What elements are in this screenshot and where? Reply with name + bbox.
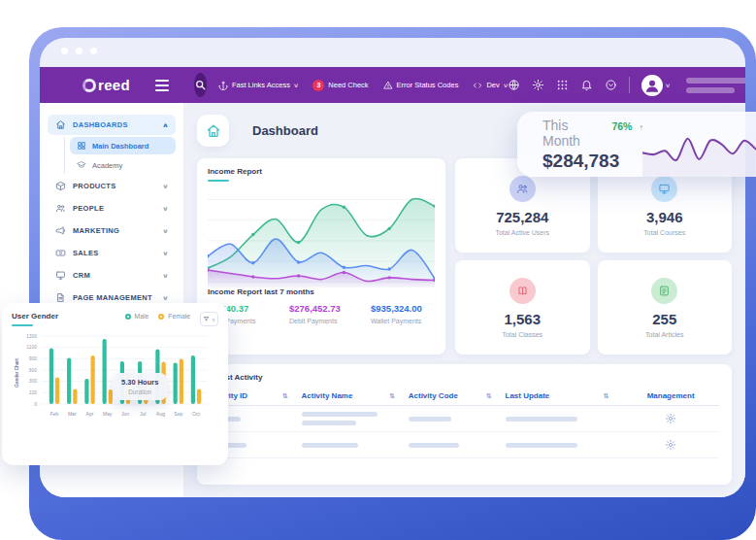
sidebar-item-crm[interactable]: CRM ∨ [48,265,176,286]
chevron-down-icon: ∨ [162,272,169,279]
sidebar-label: MARKETING [73,226,119,235]
total-classes-card[interactable]: 1,563 Total Classes [455,260,590,354]
svg-text:Apr: Apr [86,411,94,417]
stat-label: Total Articles [645,331,683,338]
legend-male[interactable]: Male [125,313,149,320]
need-check-menu[interactable]: 3 Need Check [312,80,368,91]
window-control-dot[interactable] [90,48,97,54]
filter-button[interactable]: ∨ [200,312,218,326]
dashboard-grid-icon [77,141,86,151]
funnel-icon [203,316,210,322]
code-icon [473,81,482,90]
home-icon [206,123,221,139]
row-management-cell [622,439,719,451]
sidebar-item-academy[interactable]: Academy [70,156,176,174]
stat-label: Total Classes [502,331,542,338]
sort-icon[interactable]: ⇅ [486,392,492,400]
sort-icon[interactable]: ⇅ [603,392,608,400]
sidebar-item-marketing[interactable]: MARKETING ∨ [48,220,176,241]
chart-tooltip: 5.30 Hours Duration [113,373,167,400]
chevron-down-icon: ∨ [665,82,671,88]
sort-icon[interactable]: ⇅ [282,392,288,400]
debit-payments-stat: $276,452.73 Debit Payments [289,303,357,324]
chevron-down-icon: ∨ [162,183,169,189]
sidebar-label: DASHBOARDS [73,120,128,129]
sidebar-item-people[interactable]: PEOPLE ∨ [48,198,176,219]
this-month-change: 76% [611,120,632,132]
user-gender-title: User Gender [12,312,58,321]
article-icon [658,285,671,297]
skeleton-cell [302,412,409,425]
skeleton-cell [506,443,623,448]
income-report-card: Income Report Income Report last 7 month… [197,158,445,354]
user-icon [643,77,661,94]
sidebar-item-sales[interactable]: SALES ∨ [48,243,176,263]
sidebar-dashboards-children: Main Dashboard Academy [64,137,176,174]
avatar [641,75,663,96]
debit-payments-label: Debit Payments [289,318,357,324]
sidebar-item-products[interactable]: PRODUCTS ∨ [48,176,176,196]
stat-value: 3,946 [646,209,683,225]
svg-text:Aug: Aug [156,411,165,417]
svg-text:Jul: Jul [140,411,146,417]
column-last-update[interactable]: Last Update⇅ [506,391,623,400]
stat-icon-circle [509,176,536,202]
chevron-circle-icon[interactable] [605,79,617,91]
sidebar-item-main-dashboard[interactable]: Main Dashboard [70,137,176,154]
settings-gear-icon[interactable] [665,413,676,424]
svg-text:1300: 1300 [26,333,37,339]
female-legend-label: Female [168,313,190,320]
female-legend-dot [158,314,164,320]
column-management[interactable]: Management [622,391,719,400]
logo-o-ring-icon [82,79,96,92]
svg-text:100: 100 [29,389,38,395]
svg-text:Sep: Sep [174,411,182,417]
sort-icon[interactable]: ⇅ [389,392,395,400]
dev-menu[interactable]: Dev ∨ [473,81,508,90]
svg-text:Mar: Mar [68,411,77,417]
column-activity-name[interactable]: Activity Name⇅ [302,391,409,400]
fast-links-access-menu[interactable]: Fast Links Access ∨ [218,81,298,90]
skeleton-cell [409,417,506,422]
navbar-divider [629,77,630,93]
income-report-title: Income Report [208,167,435,176]
sidebar-item-dashboards[interactable]: DASHBOARDS ∧ [48,115,176,135]
app-logo[interactable]: reed [82,77,130,93]
wallet-payments-label: Wallet Payments [371,318,439,324]
hamburger-menu-icon[interactable] [155,80,169,91]
user-name-skeleton [686,78,745,93]
activity-table-header: Activity ID⇅ Activity Name⇅ Activity Cod… [210,391,719,406]
navbar-links: Fast Links Access ∨ 3 Need Check Error S… [218,80,508,91]
screenshot-canvas: reed Fast Links Access ∨ 3 Need Check [0,0,756,540]
income-summary-title: Income Report last 7 months [208,287,435,296]
window-control-dot[interactable] [76,48,82,54]
wallet-payments-amount: $935,324.00 [371,303,439,314]
user-gender-card: User Gender Male Female ∨ 13001100900600… [2,303,228,465]
user-menu[interactable]: ∨ [641,75,670,96]
chevron-down-icon: ∨ [162,294,169,301]
total-articles-card[interactable]: 255 Total Articles [598,260,733,354]
this-month-amount: $284,783 [542,151,642,172]
error-status-codes-menu[interactable]: Error Status Codes [383,81,459,90]
window-control-dot[interactable] [61,48,68,54]
male-legend-label: Male [135,313,149,320]
column-activity-code[interactable]: Activity Code⇅ [409,391,506,400]
globe-icon[interactable] [508,79,520,91]
box-icon [55,181,66,191]
skeleton-cell [302,443,409,448]
sidebar-label: CRM [73,271,90,280]
home-icon [55,119,66,130]
bell-icon[interactable] [580,79,593,91]
svg-text:May: May [103,411,113,417]
apps-grid-icon[interactable] [556,79,569,91]
window-controls [61,48,97,54]
settings-gear-icon[interactable] [665,439,676,451]
gear-icon[interactable] [532,79,544,91]
monitor-icon [55,270,66,281]
search-button[interactable] [194,73,207,97]
sidebar-label: PEOPLE [73,204,104,213]
svg-text:Gender Chart: Gender Chart [15,358,19,388]
page-home-chip[interactable] [197,115,229,147]
tooltip-value: 5.30 Hours [121,378,158,387]
legend-female[interactable]: Female [158,313,190,320]
